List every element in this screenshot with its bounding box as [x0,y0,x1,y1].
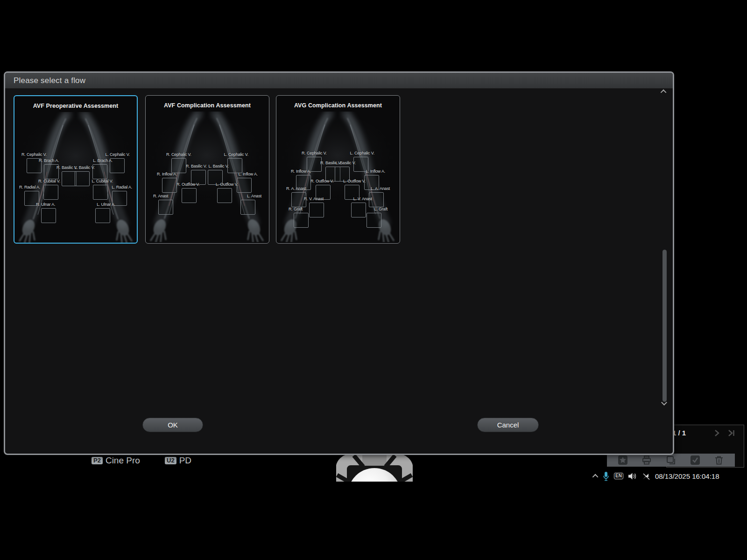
vessel-label: R. Inflow A. [291,169,311,174]
vessel-label: L. Radial A. [112,185,132,189]
cancel-button[interactable]: Cancel [477,418,539,432]
scrollbar-thumb[interactable] [662,250,667,402]
flow-card-title: AVG Complication Assessment [276,102,400,109]
vessel-box [309,203,324,217]
vessel-box [162,178,177,193]
dialog-title: Please select a flow [14,76,85,85]
vessel-label: L. Basilic V. [335,161,356,165]
vessel-label: L. Anast [247,194,261,198]
vessel-label: R. Cephalic V. [302,151,327,155]
vessel-box [366,213,381,228]
vessel-label: R. Cephalic V. [21,152,47,157]
vessel-label: R. Outflow V. [310,179,334,183]
vessel-label: L. Inflow A. [366,169,385,174]
last-page-icon[interactable] [728,429,735,437]
vessel-label: L. Ulnar A. [97,202,115,207]
softkey-label: PD [179,455,191,466]
vessel-box [182,188,197,203]
vessel-box [158,200,173,215]
softkey-pd[interactable]: U2 PD [165,455,191,466]
arms-illustration [146,112,268,242]
vessel-label: L. Outflow V. [343,179,366,183]
scroll-up-icon[interactable] [661,90,667,96]
trash-icon[interactable] [714,455,724,465]
microphone-icon[interactable] [603,471,609,481]
vessel-label: R. Anast [153,194,168,198]
review-toolbar [607,454,735,467]
vessel-label: L. A. Anast [371,186,390,191]
ok-button[interactable]: OK [142,418,203,432]
flow-card-title: AVF Preoperative Assessment [14,103,137,109]
vessel-label: R. Ulnar A. [36,202,55,207]
vessel-label: R. Graft [289,207,303,211]
vessel-label: R. A. Anast [286,186,306,191]
vessel-label: R. Basilic V. [186,164,207,168]
vessel-label: L. Graft [374,207,388,211]
vessel-box [75,171,90,186]
flow-card-avf-complication[interactable]: AVF Complication AssessmentR. Cephalic V… [145,95,269,244]
system-tray: EN 08/13/2025 16:04:18 [594,470,719,482]
vessel-label: L. Basilic V. [208,164,229,168]
page-indicator: 1 / 1 [672,429,686,437]
vessel-label: R. Cephalic V. [166,152,191,157]
vessel-label: L. Basilic V. [74,165,95,170]
cine-save-icon[interactable] [666,455,676,465]
vessel-label: L. Cubital V. [92,179,113,183]
flow-card-title: AVF Complication Assessment [146,102,269,109]
language-badge[interactable]: EN [614,473,623,479]
vessel-label: R. Inflow A. [157,172,177,176]
vessel-label: L. V. Anast [353,196,372,201]
vessel-label: L. Cephalic V. [106,152,130,157]
trackball-icon [336,455,413,482]
vessel-box [43,185,58,200]
dialog-titlebar: Please select a flow [5,73,673,89]
vessel-label: R. Radial A. [19,185,40,189]
select-flow-dialog: Please select a flow AVF Preoperative As… [4,71,674,455]
clock: 08/13/2025 16:04:18 [655,472,719,480]
vessel-box [171,158,186,173]
vessel-box [240,200,255,215]
vessel-label: R. Cubital V. [38,179,60,183]
vessel-label: L. Outflow V. [216,182,238,187]
vessel-label: R. Brach A. [39,158,59,163]
speaker-icon[interactable] [628,472,637,480]
network-icon[interactable] [642,472,650,480]
vessel-box [95,208,110,223]
vessel-label: L. Inflow A. [238,172,258,176]
softkey-badge: P2 [92,457,103,464]
vessel-box [351,203,366,217]
next-page-icon[interactable] [714,429,719,437]
softkey-cine-pro[interactable]: P2 Cine Pro [92,455,140,466]
vessel-label: L. Cephalic V. [350,151,374,155]
collapse-chevron-icon[interactable] [592,474,599,480]
vessel-box [237,178,252,193]
flow-card-avg-complication[interactable]: AVG Complication AssessmentR. Cephalic V… [276,95,400,244]
vessel-box [41,208,56,223]
vessel-box [217,188,232,203]
trackball-hint [336,455,413,482]
vessel-box [294,213,309,228]
flow-card-avf-preoperative[interactable]: AVF Preoperative AssessmentR. Cephalic V… [14,95,138,244]
printer-icon[interactable] [641,455,652,465]
checkmark-icon[interactable] [690,455,700,465]
vessel-label: R. V. Anast [304,196,324,201]
vessel-label: L. Cephalic V. [224,152,248,157]
vessel-box [227,158,242,173]
vessel-label: R. Outflow V. [176,182,200,187]
softkey-badge: U2 [165,457,176,464]
star-icon[interactable] [618,455,628,465]
softkey-label: Cine Pro [106,455,140,466]
vessel-label: L. Brach A. [93,158,113,163]
vessel-box [93,185,108,200]
